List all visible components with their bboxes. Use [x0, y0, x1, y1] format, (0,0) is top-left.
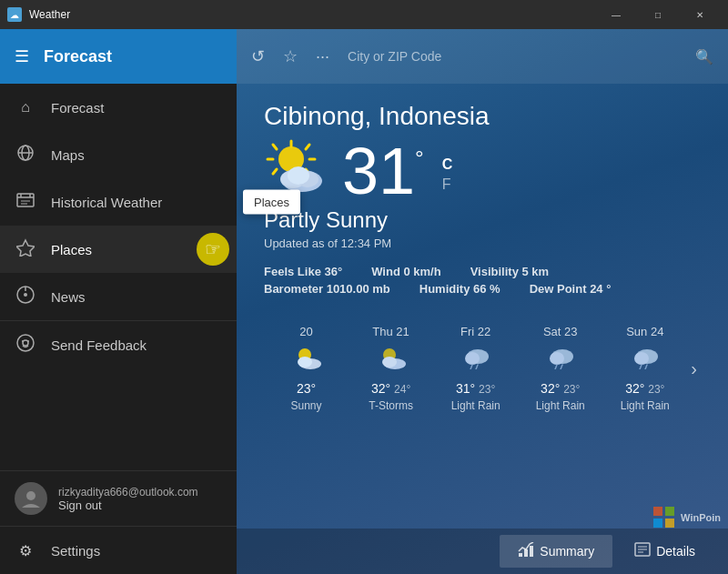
wind: Wind 0 km/h: [371, 265, 440, 278]
weather-condition: Partly Sunny: [264, 207, 701, 233]
unit-toggle[interactable]: C F: [442, 155, 453, 196]
svg-rect-50: [530, 546, 533, 557]
sidebar-item-feedback[interactable]: Send Feedback: [0, 321, 237, 368]
svg-line-23: [273, 145, 277, 149]
svg-rect-48: [519, 553, 522, 557]
celsius-unit[interactable]: C: [442, 155, 453, 175]
feels-like: Feels Like 36°: [264, 265, 342, 278]
forecast-icon-1: [352, 344, 430, 376]
sidebar-item-places[interactable]: Places ☞: [0, 226, 237, 273]
svg-point-32: [298, 357, 312, 368]
svg-line-46: [640, 365, 642, 369]
svg-line-20: [306, 145, 309, 149]
forecast-cond-4: Light Rain: [606, 399, 683, 412]
forecast-cond-1: T-Storms: [352, 399, 430, 412]
sidebar-item-settings[interactable]: ⚙ Settings: [0, 527, 237, 574]
sidebar-item-forecast[interactable]: ⌂ Forecast: [0, 84, 237, 131]
forecast-cond-2: Light Rain: [437, 399, 514, 412]
temperature-display: 31 °: [342, 138, 424, 204]
svg-point-37: [465, 352, 480, 365]
details-icon: [634, 542, 651, 560]
app-body: ☰ Forecast ⌂ Forecast Maps: [0, 29, 728, 574]
humidity: Humidity 66 %: [420, 282, 500, 296]
news-icon: [15, 286, 36, 307]
forecast-item-0[interactable]: 20 23° Sunny: [264, 317, 349, 419]
sign-out-link[interactable]: Sign out: [58, 498, 198, 512]
sidebar-item-news[interactable]: News: [0, 273, 237, 320]
settings-label: Settings: [51, 543, 100, 559]
forecast-item-1[interactable]: Thu 21 32° 24° T-Storms: [349, 317, 433, 419]
forecast-day-3: Sat 23: [521, 325, 599, 338]
user-section[interactable]: rizkyaditya666@outlook.com Sign out: [0, 471, 237, 526]
forecast-cond-3: Light Rain: [521, 399, 599, 412]
svg-point-13: [17, 335, 34, 351]
forecast-day-2: Fri 22: [437, 325, 514, 338]
barometer: Barometer 1010.00 mb: [264, 282, 390, 296]
user-info: rizkyaditya666@outlook.com Sign out: [58, 486, 198, 512]
hamburger-icon[interactable]: ☰: [15, 46, 29, 66]
forecast-item-3[interactable]: Sat 23 32° 23° Light Rain: [518, 317, 602, 419]
forecast-icon-3: [521, 344, 599, 376]
svg-point-29: [288, 166, 309, 185]
sidebar-item-historical[interactable]: Historical Weather Places: [0, 178, 237, 226]
titlebar: ☁ Weather — □ ✕: [0, 0, 728, 29]
home-icon: ⌂: [15, 99, 36, 116]
summary-icon: [518, 542, 534, 560]
forecast-label: Forecast: [51, 100, 104, 116]
forecast-icon-0: [268, 344, 345, 376]
forecast-item-2[interactable]: Fri 22 31° 23° Light Rain: [433, 317, 518, 419]
forecast-high-4: 32° 23°: [606, 381, 683, 396]
main-content: ↺ ☆ ··· City or ZIP Code 🔍 Cibinong, Ind…: [237, 29, 728, 574]
maps-icon: [15, 144, 36, 166]
historical-icon: [15, 193, 36, 211]
places-icon: [15, 238, 36, 260]
minimize-button[interactable]: —: [595, 0, 637, 29]
svg-point-16: [27, 340, 29, 342]
feedback-label: Send Feedback: [51, 337, 147, 353]
close-button[interactable]: ✕: [679, 0, 721, 29]
refresh-icon[interactable]: ↺: [251, 46, 265, 66]
forecast-day-0: 20: [268, 325, 345, 338]
watermark: WinPoin: [653, 507, 721, 529]
detail-row-1: Feels Like 36° Wind 0 km/h Visibility 5 …: [264, 265, 701, 278]
settings-icon: ⚙: [15, 542, 36, 559]
favorite-icon[interactable]: ☆: [283, 46, 298, 66]
sidebar-topbar: ☰ Forecast: [0, 29, 237, 84]
fahrenheit-unit[interactable]: F: [442, 175, 453, 195]
forecast-item-4[interactable]: Sun 24 32° 23° Light Rain: [602, 317, 687, 419]
forecast-high-0: 23°: [268, 381, 345, 396]
sidebar-bottom: rizkyaditya666@outlook.com Sign out ⚙ Se…: [0, 470, 237, 574]
tab-details[interactable]: Details: [616, 535, 713, 568]
bottom-tabs: Summary Details: [237, 529, 728, 574]
news-label: News: [51, 289, 86, 305]
svg-point-11: [24, 293, 27, 297]
updated-time: Updated as of 12:34 PM: [264, 237, 701, 250]
detail-row-2: Barometer 1010.00 mb Humidity 66 % Dew P…: [264, 282, 701, 296]
forecast-strip: 20 23° Sunny Thu 21: [264, 317, 701, 419]
svg-point-41: [550, 352, 564, 365]
forecast-next-arrow[interactable]: ›: [687, 358, 701, 379]
tooltip-places: Places: [243, 190, 300, 215]
svg-point-45: [634, 352, 649, 365]
svg-line-25: [273, 169, 277, 174]
search-icon[interactable]: 🔍: [695, 48, 713, 65]
forecast-high-2: 31° 23°: [437, 381, 514, 396]
weather-details: Feels Like 36° Wind 0 km/h Visibility 5 …: [264, 265, 701, 296]
summary-label: Summary: [540, 544, 594, 559]
header-bar: ↺ ☆ ··· City or ZIP Code 🔍: [237, 29, 728, 84]
avatar: [15, 482, 47, 515]
svg-point-17: [26, 491, 35, 500]
svg-line-38: [470, 365, 472, 369]
sidebar-title: Forecast: [44, 47, 112, 66]
forecast-high-1: 32° 24°: [352, 381, 430, 396]
maximize-button[interactable]: □: [637, 0, 679, 29]
svg-line-43: [561, 365, 562, 369]
sidebar-item-maps[interactable]: Maps: [0, 131, 237, 178]
svg-rect-49: [524, 549, 528, 557]
search-placeholder[interactable]: City or ZIP Code: [348, 49, 677, 64]
user-email: rizkyaditya666@outlook.com: [58, 486, 198, 498]
weather-main: 31 ° C F: [264, 138, 701, 204]
tab-summary[interactable]: Summary: [500, 535, 612, 568]
app-icon: ☁: [7, 7, 22, 22]
more-icon[interactable]: ···: [316, 47, 329, 66]
